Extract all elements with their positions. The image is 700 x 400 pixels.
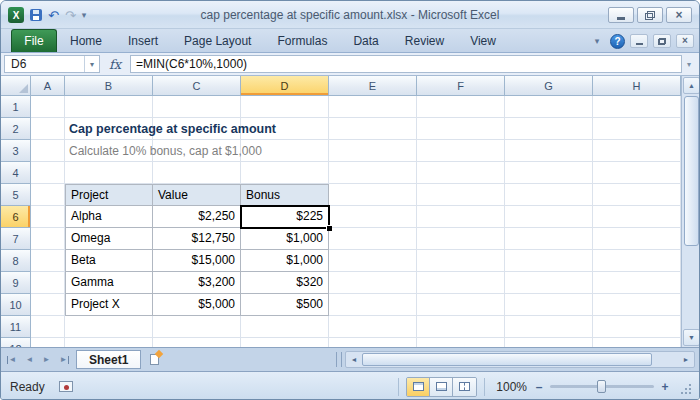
column-header-g[interactable]: G <box>505 76 593 96</box>
last-sheet-icon[interactable]: ► <box>55 351 72 369</box>
row-header-10[interactable]: 10 <box>1 294 31 316</box>
next-sheet-icon[interactable]: ► <box>38 351 55 369</box>
table-header-bonus[interactable]: Bonus <box>241 184 329 206</box>
zoom-in-icon[interactable]: + <box>657 379 673 395</box>
cell-b8[interactable]: Beta <box>65 250 153 272</box>
column-header-b[interactable]: B <box>65 76 153 96</box>
normal-view-icon <box>413 382 424 391</box>
row-header-4[interactable]: 4 <box>1 162 31 184</box>
table-header-value[interactable]: Value <box>153 184 241 206</box>
cell-d8[interactable]: $1,000 <box>241 250 329 272</box>
expand-formula-bar-icon[interactable]: ▾ <box>682 60 696 69</box>
column-headers: A B C D E F G H <box>31 76 681 96</box>
tab-file[interactable]: File <box>11 29 57 52</box>
row-header-2[interactable]: 2 <box>1 118 31 140</box>
scroll-left-icon[interactable]: ◄ <box>346 352 362 367</box>
tab-review[interactable]: Review <box>392 29 457 52</box>
cell-b10[interactable]: Project X <box>65 294 153 316</box>
minimize-button[interactable] <box>608 7 634 23</box>
formula-input[interactable]: =MIN(C6*10%,1000) <box>130 55 682 73</box>
row-header-9[interactable]: 9 <box>1 272 31 294</box>
redo-icon[interactable]: ↷ <box>65 9 76 22</box>
column-header-c[interactable]: C <box>153 76 241 96</box>
tab-page-layout[interactable]: Page Layout <box>171 29 264 52</box>
first-sheet-icon[interactable]: ◄ <box>4 351 21 369</box>
row-header-12[interactable]: 12 <box>1 338 31 347</box>
minimize-icon <box>617 17 625 20</box>
resize-grip[interactable] <box>679 382 695 398</box>
normal-view-button[interactable] <box>407 378 430 396</box>
view-shortcuts <box>406 377 477 397</box>
page-layout-view-button[interactable] <box>430 378 453 396</box>
worksheet-subtitle-cell[interactable]: Calculate 10% bonus, cap at $1,000 <box>69 140 262 162</box>
cell-d7[interactable]: $1,000 <box>241 228 329 250</box>
horizontal-scrollbar[interactable]: ◄ ► <box>345 351 695 368</box>
scroll-down-icon[interactable]: ▼ <box>683 329 700 346</box>
tab-insert[interactable]: Insert <box>115 29 171 52</box>
tab-home[interactable]: Home <box>57 29 115 52</box>
column-header-d-selected[interactable]: D <box>241 76 329 96</box>
column-header-h[interactable]: H <box>593 76 681 96</box>
row-header-11[interactable]: 11 <box>1 316 31 338</box>
zoom-out-icon[interactable]: – <box>531 379 547 395</box>
scroll-up-icon[interactable]: ▲ <box>683 77 700 94</box>
name-box[interactable]: D6 ▾ <box>4 55 100 73</box>
tab-data[interactable]: Data <box>340 29 391 52</box>
row-header-7[interactable]: 7 <box>1 228 31 250</box>
tab-split-handle[interactable] <box>336 352 342 367</box>
name-box-value[interactable]: D6 <box>5 56 84 72</box>
worksheet-title-cell[interactable]: Cap percentage at specific amount <box>69 118 276 140</box>
select-all-corner[interactable] <box>1 76 31 96</box>
vertical-scrollbar[interactable]: ▲ ▼ <box>681 76 700 347</box>
sheet-tab-sheet1[interactable]: Sheet1 <box>76 350 141 369</box>
excel-app-icon: X <box>8 7 24 23</box>
cell-c8[interactable]: $15,000 <box>153 250 241 272</box>
tab-view[interactable]: View <box>457 29 509 52</box>
restore-button[interactable] <box>637 7 663 23</box>
title-bar: cap percentage at specific amount.xlsx -… <box>1 1 699 29</box>
page-break-view-button[interactable] <box>453 378 476 396</box>
workbook-minimize-button[interactable] <box>630 34 648 48</box>
workbook-close-button[interactable]: × <box>676 34 694 48</box>
insert-function-button[interactable]: fx <box>100 55 130 73</box>
close-button[interactable]: × <box>666 7 692 23</box>
vertical-scroll-thumb[interactable] <box>684 96 699 246</box>
cell-b7[interactable]: Omega <box>65 228 153 250</box>
qat-menu-caret-icon[interactable]: ▾ <box>82 11 87 20</box>
cell-c10[interactable]: $5,000 <box>153 294 241 316</box>
tab-formulas[interactable]: Formulas <box>264 29 340 52</box>
row-header-5[interactable]: 5 <box>1 184 31 206</box>
cell-c6[interactable]: $2,250 <box>153 206 241 228</box>
window-title: cap percentage at specific amount.xlsx -… <box>1 1 699 29</box>
cell-b9[interactable]: Gamma <box>65 272 153 294</box>
cell-c9[interactable]: $3,200 <box>153 272 241 294</box>
cells-area[interactable]: Cap percentage at specific amount Calcul… <box>31 96 681 347</box>
row-header-8[interactable]: 8 <box>1 250 31 272</box>
cell-b6[interactable]: Alpha <box>65 206 153 228</box>
insert-worksheet-button[interactable] <box>141 350 167 369</box>
zoom-slider-thumb[interactable] <box>597 380 606 393</box>
undo-icon[interactable]: ↶ <box>48 9 59 22</box>
fill-handle[interactable] <box>327 226 332 231</box>
row-header-6-selected[interactable]: 6 <box>1 206 31 228</box>
minimize-ribbon-icon[interactable]: ▾ <box>589 33 605 49</box>
scroll-right-icon[interactable]: ► <box>678 352 694 367</box>
zoom-level-label[interactable]: 100% <box>496 380 527 394</box>
previous-sheet-icon[interactable]: ◄ <box>21 351 38 369</box>
horizontal-scroll-thumb[interactable] <box>362 353 652 366</box>
cell-d9[interactable]: $320 <box>241 272 329 294</box>
save-icon[interactable] <box>30 9 42 21</box>
row-header-1[interactable]: 1 <box>1 96 31 118</box>
table-header-project[interactable]: Project <box>65 184 153 206</box>
column-header-e[interactable]: E <box>329 76 417 96</box>
macro-record-icon[interactable] <box>59 381 73 392</box>
cell-c7[interactable]: $12,750 <box>153 228 241 250</box>
row-header-3[interactable]: 3 <box>1 140 31 162</box>
cell-d10[interactable]: $500 <box>241 294 329 316</box>
name-box-dropdown-icon[interactable]: ▾ <box>84 56 99 72</box>
column-header-a[interactable]: A <box>31 76 65 96</box>
help-icon[interactable]: ? <box>610 34 625 49</box>
column-header-f[interactable]: F <box>417 76 505 96</box>
zoom-slider[interactable] <box>550 379 654 394</box>
workbook-restore-button[interactable] <box>653 34 671 48</box>
